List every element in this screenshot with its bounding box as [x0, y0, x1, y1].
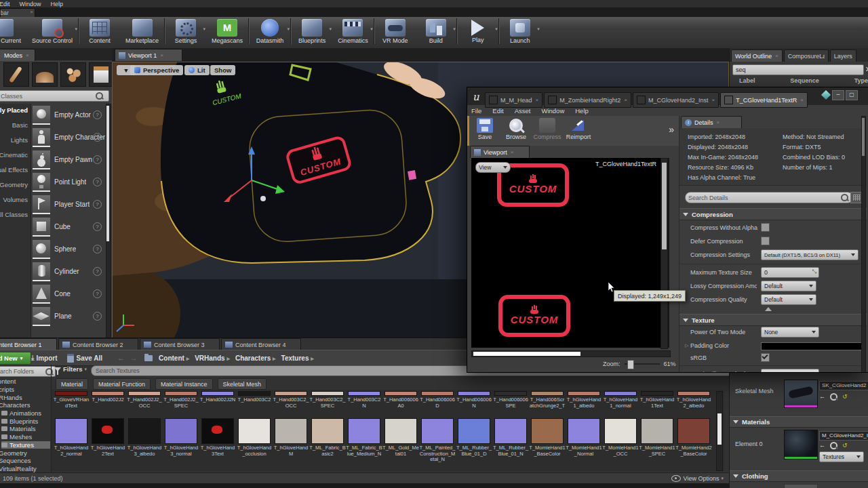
folder-item[interactable]: Geometry — [0, 449, 50, 457]
folder-item[interactable]: Materials — [1, 425, 50, 433]
chevron-down-icon[interactable]: ▾ — [370, 26, 373, 32]
asset-item[interactable]: T_Hand006006SPE — [492, 391, 529, 409]
asset-item[interactable]: T_Hand002J2_SPEC — [163, 391, 199, 409]
actor-list-item[interactable]: Cone ? — [31, 283, 107, 305]
help-icon[interactable]: ? — [93, 200, 102, 209]
asset-item[interactable]: T_hGloveHand2Text — [90, 418, 126, 463]
menu-item[interactable]: Window — [541, 107, 564, 115]
assign-arrow-icon[interactable]: ← — [819, 393, 825, 401]
folder-item[interactable]: Meshes — [1, 433, 50, 441]
compress-without-alpha-checkbox[interactable] — [761, 223, 770, 232]
save-all-button[interactable]: Save All — [67, 354, 103, 363]
asset-item[interactable]: T_Hand003C2_OCC — [273, 391, 309, 409]
zoom-slider[interactable] — [625, 363, 660, 365]
minimize-button[interactable]: – — [832, 90, 844, 100]
asset-item[interactable]: T_hGloveHand_occlusion — [236, 418, 273, 463]
padding-color-swatch[interactable] — [761, 342, 863, 350]
panel-tab[interactable]: ComposureLa — [784, 49, 829, 62]
actor-list-item[interactable]: Point Light ? — [31, 171, 107, 193]
category-item[interactable]: Basic — [0, 119, 31, 134]
max-texture-size-input[interactable]: 0 ⤡ — [761, 267, 819, 278]
menu-item[interactable]: Asset — [515, 107, 531, 115]
asset-item[interactable]: T_Hand006006A0 — [382, 391, 419, 409]
menu-item[interactable]: Edit — [492, 107, 503, 115]
compression-quality-dropdown[interactable]: Default — [761, 294, 816, 305]
foliage-mode-icon[interactable] — [3, 62, 29, 87]
close-icon[interactable]: × — [624, 97, 627, 103]
asset-tab[interactable]: T_CGloveHand1TextR × — [720, 92, 808, 108]
expand-arrows-icon[interactable]: ⤡ — [812, 268, 816, 275]
folder-item[interactable]: Characters — [0, 401, 50, 409]
column-header[interactable]: Sequence — [790, 77, 819, 84]
column-header[interactable]: Label — [739, 77, 755, 84]
category-item[interactable]: Recently Placed — [0, 104, 31, 119]
tab-viewport-1[interactable]: Viewport 1× — [115, 49, 182, 61]
asset-item[interactable]: T_Hand003C2N — [346, 391, 382, 409]
material-value[interactable]: M_CGloveHand2_Inst — [819, 431, 868, 441]
close-icon[interactable]: × — [30, 9, 33, 15]
toolbar-button[interactable]: Source Control ▾ — [26, 18, 79, 44]
folder-item[interactable]: Animations — [1, 409, 50, 418]
close-icon[interactable]: × — [800, 97, 804, 103]
import-button[interactable]: ⤓ Import — [31, 354, 58, 362]
category-item[interactable]: Volumes — [0, 193, 31, 208]
breadcrumb-item[interactable]: VRHands ▸ — [195, 354, 230, 362]
plants-mode-icon[interactable] — [60, 62, 86, 87]
skeletal-mesh-thumbnail[interactable] — [784, 380, 818, 408]
actor-list-item[interactable]: Cylinder ? — [31, 260, 107, 283]
browse-icon[interactable] — [830, 393, 837, 401]
skeletal-mesh-value[interactable]: SK_CGloveHand2 — [819, 381, 868, 390]
asset-item[interactable]: T_ML_Gold_Metal01 — [382, 418, 419, 463]
help-icon[interactable]: ? — [93, 289, 102, 298]
asset-item[interactable]: T_MomieHand1_Normal — [566, 418, 602, 463]
srgb-checkbox[interactable] — [761, 353, 770, 362]
chevron-down-icon[interactable]: ▾ — [453, 26, 456, 32]
menu-item[interactable]: Help — [46, 1, 68, 7]
chevron-down-icon[interactable]: ▾ — [537, 26, 540, 32]
close-icon[interactable]: × — [775, 53, 778, 59]
folder-item[interactable]: VRHands — [0, 393, 50, 401]
category-item[interactable]: All Classes — [0, 208, 31, 223]
outliner-search-input[interactable]: seq ✕ — [732, 64, 864, 75]
category-item[interactable]: Visual Effects — [0, 163, 31, 178]
close-icon[interactable]: × — [160, 52, 163, 58]
toolbar-button[interactable]: Datasmith ▾ — [250, 18, 291, 44]
asset-item[interactable]: T_Hand006006N — [456, 391, 492, 409]
category-item[interactable]: Geometry — [0, 178, 31, 193]
menu-item[interactable]: Help — [575, 107, 589, 115]
folder-item[interactable]: Textures — [1, 441, 50, 449]
help-icon[interactable]: ? — [93, 245, 102, 253]
toolbar-button[interactable]: Launch ▾ — [500, 18, 540, 44]
asset-item[interactable]: T_ML_Painted_Construction_Metal_N — [419, 418, 456, 463]
details-scrollbar[interactable] — [861, 116, 866, 372]
asset-item[interactable]: T_Hand006ScratchGrunge2_T — [529, 391, 566, 409]
reset-icon[interactable]: ↺ — [842, 393, 848, 401]
help-icon[interactable]: ? — [93, 133, 102, 142]
texture-vertical-scrollbar[interactable] — [660, 158, 668, 349]
show-button[interactable]: Show — [210, 65, 235, 75]
folder-item[interactable]: Blueprints — [1, 417, 50, 425]
reset-icon[interactable]: ↺ — [842, 442, 848, 449]
asset-item[interactable]: T_hGloveHandM — [273, 418, 309, 463]
chevron-down-icon[interactable]: ▾ — [495, 26, 498, 32]
toolbar-button[interactable]: Play ▾ — [458, 18, 499, 44]
clear-search-icon[interactable]: ✕ — [865, 65, 868, 74]
content-browser-tab[interactable]: Content Browser 2 — [58, 338, 138, 350]
defer-compression-checkbox[interactable] — [761, 237, 770, 245]
breadcrumb-item[interactable]: Textures ▸ — [281, 354, 314, 362]
toolbar-button[interactable]: Blueprints ▾ — [292, 18, 332, 44]
close-icon[interactable]: × — [26, 52, 29, 58]
breadcrumb-item[interactable]: Characters ▸ — [235, 354, 276, 362]
filter-chip[interactable]: Material — [56, 378, 88, 390]
help-icon[interactable]: ? — [93, 178, 102, 186]
search-folders-input[interactable]: Search Folders — [0, 366, 56, 377]
asset-item[interactable]: T_MomieHand1_OCC — [602, 418, 639, 463]
asset-item[interactable]: T_Hand006006D — [419, 391, 456, 409]
actor-list-scrollbar[interactable] — [106, 104, 111, 339]
compression-section-header[interactable]: Compression — [679, 208, 867, 220]
asset-item[interactable]: T_Hand003C2 — [236, 391, 273, 409]
material-thumbnail[interactable] — [784, 430, 818, 460]
maximize-button[interactable]: ▢ — [846, 90, 858, 100]
toolbar-button[interactable]: Save Current — [0, 18, 26, 44]
help-icon[interactable]: ? — [93, 312, 102, 321]
